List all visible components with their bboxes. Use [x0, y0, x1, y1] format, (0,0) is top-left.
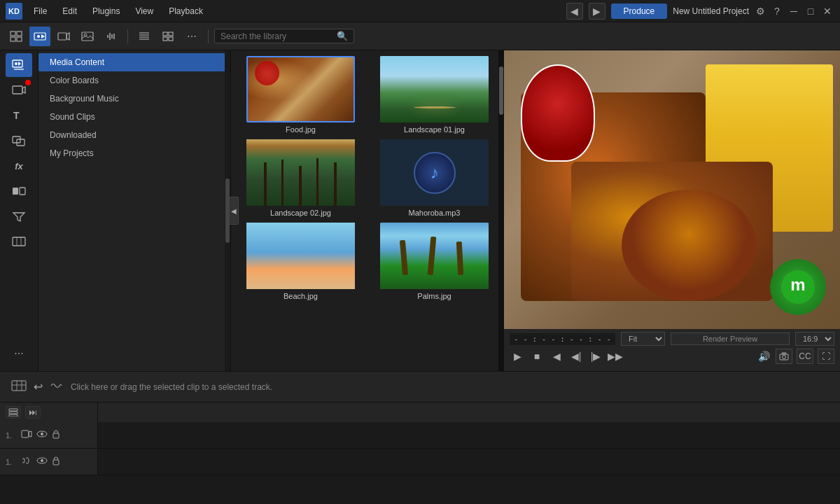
title-center: ◀ ▶ Produce New Untitled Project — [566, 3, 749, 20]
svg-rect-21 — [13, 86, 22, 94]
library-nav: Media Content Color Boards Background Mu… — [38, 50, 230, 371]
timeline-settings-button[interactable] — [6, 406, 21, 419]
status-message: Click here or drag the selected clip to … — [71, 382, 272, 392]
audio-track-number: 1. — [6, 458, 17, 466]
undo-icon[interactable]: ↩ — [31, 379, 46, 396]
track-row-video: 1. — [0, 422, 840, 449]
svg-rect-27 — [20, 188, 25, 195]
sidebar-filter-icon[interactable] — [6, 204, 32, 228]
photo-button[interactable] — [77, 27, 98, 46]
mahoroba-label: Mahoroba.mp3 — [409, 209, 461, 217]
sidebar-color-icon[interactable] — [6, 230, 32, 253]
timeline-grid-icon[interactable] — [8, 379, 29, 396]
nav-forward-button[interactable]: ▶ — [589, 3, 606, 20]
play-button[interactable]: ▶ — [510, 349, 525, 364]
subtitle-button[interactable]: CC — [797, 349, 813, 364]
stop-button[interactable]: ■ — [529, 349, 545, 364]
svg-rect-16 — [163, 37, 167, 41]
video-button[interactable] — [53, 27, 74, 46]
preview-controls: - - : - - : - - : - - Fit 100% 50% Rende… — [504, 329, 840, 371]
media-item-food[interactable]: Food.jpg — [237, 56, 365, 134]
menu-edit[interactable]: Edit — [55, 4, 84, 19]
prev-frame-button[interactable]: ◀| — [568, 349, 584, 364]
next-frame-button[interactable]: |▶ — [588, 349, 603, 364]
timeline-left-controls: ⏭ — [0, 402, 98, 422]
more-view-button[interactable]: ⋯ — [181, 27, 202, 46]
video-track-icon — [21, 430, 32, 440]
audio-button[interactable] — [101, 27, 122, 46]
svg-marker-43 — [29, 431, 31, 437]
sidebar-more-icon[interactable]: ··· — [6, 342, 32, 365]
menu-file[interactable]: File — [27, 4, 54, 19]
menu-playback[interactable]: Playback — [162, 4, 210, 19]
sidebar-text-icon[interactable]: T — [6, 104, 32, 127]
close-icon[interactable]: ✕ — [820, 4, 834, 18]
list-view-button[interactable] — [134, 27, 155, 46]
svg-rect-40 — [9, 412, 18, 414]
audio-lock-icon[interactable] — [52, 456, 60, 468]
timeline-wave-icon[interactable] — [47, 379, 65, 396]
import-button[interactable] — [6, 27, 27, 46]
search-box: 🔍 — [214, 29, 354, 43]
audio-track-body[interactable] — [98, 449, 840, 475]
svg-point-5 — [37, 35, 40, 38]
search-input[interactable] — [220, 31, 332, 41]
search-icon[interactable]: 🔍 — [337, 31, 348, 41]
maximize-icon[interactable]: □ — [804, 4, 818, 18]
library-nav-sound-clips[interactable]: Sound Clips — [38, 108, 230, 126]
media-content-button[interactable] — [29, 27, 50, 46]
media-item-palms[interactable]: Palms.jpg — [370, 223, 498, 300]
fullscreen-button[interactable]: ⛶ — [818, 349, 834, 364]
toolbar-separator-1 — [127, 29, 128, 43]
timeline-skip-button[interactable]: ⏭ — [25, 406, 41, 419]
audio-track-controls: 1. — [0, 449, 98, 475]
library-nav-background-music[interactable]: Background Music — [38, 90, 230, 108]
fast-forward-button[interactable]: ▶▶ — [608, 349, 623, 364]
svg-marker-22 — [22, 87, 25, 93]
video-visibility-icon[interactable] — [36, 430, 48, 440]
media-item-mahoroba[interactable]: ♪ Mahoroba.mp3 — [370, 139, 498, 217]
video-track-body[interactable] — [98, 422, 840, 448]
grid-view-button[interactable] — [158, 27, 178, 46]
svg-rect-14 — [163, 32, 167, 36]
library-nav-my-projects[interactable]: My Projects — [38, 144, 230, 162]
sidebar-overlay-icon[interactable] — [6, 129, 32, 153]
produce-button[interactable]: Produce — [611, 4, 668, 19]
library-nav-media-content[interactable]: Media Content — [38, 53, 230, 71]
minimize-icon[interactable]: ─ — [787, 4, 801, 18]
fit-dropdown[interactable]: Fit 100% 50% — [621, 332, 665, 346]
sidebar-fx-icon[interactable]: fx — [6, 154, 32, 178]
main-area: T fx ··· Media Content Color Boards Back… — [0, 50, 840, 371]
media-item-landscape02[interactable]: Landscape 02.jpg — [237, 139, 365, 217]
render-preview-button[interactable]: Render Preview — [671, 332, 790, 345]
volume-icon[interactable]: 🔊 — [756, 349, 771, 364]
video-lock-icon[interactable] — [52, 429, 60, 441]
sidebar-transition-icon[interactable] — [6, 179, 32, 203]
video-track-number: 1. — [6, 431, 17, 440]
library-nav-downloaded[interactable]: Downloaded — [38, 126, 230, 144]
grid-scrollbar[interactable] — [498, 50, 504, 371]
sidebar-video-icon[interactable] — [6, 78, 32, 102]
project-title: New Untitled Project — [673, 6, 749, 16]
rewind-button[interactable]: ◀ — [549, 349, 564, 364]
panel-collapse-button[interactable]: ◀ — [229, 197, 239, 225]
aspect-dropdown[interactable]: 16:9 4:3 1:1 — [795, 332, 834, 346]
menu-plugins[interactable]: Plugins — [85, 4, 127, 19]
track-rows: 1. 1. — [0, 422, 840, 504]
svg-rect-6 — [58, 33, 66, 40]
media-item-beach[interactable]: Beach.jpg — [237, 223, 365, 300]
svg-rect-8 — [82, 32, 93, 41]
help-icon[interactable]: ? — [770, 4, 784, 18]
nav-back-button[interactable]: ◀ — [566, 3, 583, 20]
settings-icon[interactable]: ⚙ — [753, 4, 767, 18]
svg-rect-35 — [12, 381, 26, 391]
snapshot-button[interactable] — [776, 349, 792, 364]
audio-visibility-icon[interactable] — [36, 456, 48, 467]
sidebar-media-icon[interactable] — [6, 53, 32, 77]
media-grid: Food.jpg Landscape 01.jpg — [231, 50, 504, 371]
media-item-landscape01[interactable]: Landscape 01.jpg — [370, 56, 498, 134]
library-nav-color-boards[interactable]: Color Boards — [38, 71, 230, 90]
timeline-status-bar: ↩ Click here or drag the selected clip t… — [0, 371, 840, 402]
menu-view[interactable]: View — [128, 4, 160, 19]
svg-text:T: T — [13, 110, 20, 121]
